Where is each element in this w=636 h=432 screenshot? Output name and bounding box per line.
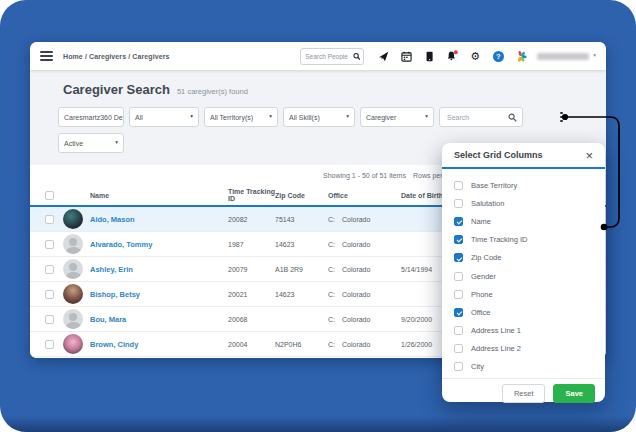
column-option[interactable]: City <box>454 358 593 376</box>
save-button[interactable]: Save <box>553 384 595 403</box>
user-name-redacted <box>537 53 589 60</box>
option-checkbox[interactable] <box>454 308 463 317</box>
modal-header: Select Grid Columns × <box>442 143 605 169</box>
office-cell: C:Colorado <box>328 266 401 273</box>
select-grid-columns-modal: Select Grid Columns × Base Territory Sal… <box>442 143 605 402</box>
close-icon[interactable]: × <box>585 149 593 162</box>
option-checkbox[interactable] <box>454 181 463 190</box>
chevron-down-icon: ▾ <box>190 114 193 120</box>
brand-logo <box>515 50 527 62</box>
grid-options-kebab-icon[interactable] <box>558 110 565 125</box>
option-label: Name <box>471 217 491 226</box>
option-label: Base Territory <box>471 181 517 190</box>
screenshot-canvas: Home / Caregivers / Caregivers <box>0 0 636 432</box>
avatar <box>63 259 83 279</box>
tracking-id-cell: 20021 <box>228 291 275 298</box>
option-label: Time Tracking ID <box>471 235 527 244</box>
option-checkbox[interactable] <box>454 272 463 281</box>
row-checkbox[interactable] <box>45 240 54 249</box>
option-checkbox[interactable] <box>454 344 463 353</box>
notifications-bell-icon[interactable] <box>446 50 458 62</box>
column-option[interactable]: Phone <box>454 285 593 303</box>
column-header-tracking-id[interactable]: Time Tracking ID <box>228 188 275 202</box>
column-header-name[interactable]: Name <box>90 192 228 199</box>
people-search-input[interactable] <box>305 53 352 60</box>
select-all-checkbox[interactable] <box>45 191 54 200</box>
top-navigation-bar: Home / Caregivers / Caregivers <box>30 42 606 70</box>
filter-bar: Caresmartz360 Der▾ All▾ All Territory(s)… <box>58 107 606 127</box>
agency-select[interactable]: Caresmartz360 Der▾ <box>58 107 124 127</box>
option-checkbox[interactable] <box>454 362 463 371</box>
option-checkbox[interactable] <box>454 253 463 262</box>
zip-cell: 14623 <box>275 291 328 298</box>
skill-select[interactable]: All Skill(s)▾ <box>283 107 355 127</box>
territory-select[interactable]: All Territory(s)▾ <box>204 107 278 127</box>
grid-search-box[interactable] <box>439 107 523 127</box>
row-checkbox[interactable] <box>45 290 54 299</box>
option-checkbox[interactable] <box>454 217 463 226</box>
chevron-down-icon: ▾ <box>346 114 349 120</box>
mobile-app-icon[interactable] <box>423 50 435 62</box>
category-select[interactable]: All▾ <box>129 107 199 127</box>
column-option[interactable]: Time Tracking ID <box>454 231 593 249</box>
option-checkbox[interactable] <box>454 290 463 299</box>
notification-badge <box>454 50 458 54</box>
office-cell: C:Colorado <box>328 316 401 323</box>
chevron-down-icon: ▾ <box>115 140 118 146</box>
caregiver-name-link[interactable]: Ashley, Erin <box>90 265 228 274</box>
caregiver-name-link[interactable]: Alvarado, Tommy <box>90 240 228 249</box>
breadcrumb[interactable]: Home / Caregivers / Caregivers <box>63 53 170 60</box>
modal-footer: Reset Save <box>442 378 605 408</box>
option-label: City <box>471 362 484 371</box>
settings-gear-icon[interactable]: ⚙ <box>469 50 481 62</box>
showing-items-text: Showing 1 - 50 of 51 items <box>323 172 406 179</box>
option-checkbox[interactable] <box>454 326 463 335</box>
column-option[interactable]: Base Territory <box>454 176 593 194</box>
option-checkbox[interactable] <box>454 199 463 208</box>
column-option[interactable]: Gender <box>454 267 593 285</box>
row-checkbox[interactable] <box>45 340 54 349</box>
page-title: Caregiver Search <box>63 82 170 97</box>
chevron-down-icon: ▾ <box>593 53 596 59</box>
column-option[interactable]: Salutation <box>454 194 593 212</box>
option-label: Office <box>471 308 490 317</box>
search-icon <box>508 113 517 122</box>
zip-cell: 75143 <box>275 216 328 223</box>
tracking-id-cell: 20082 <box>228 216 275 223</box>
tracking-id-cell: 20068 <box>228 316 275 323</box>
chevron-down-icon: ▾ <box>425 114 428 120</box>
column-option[interactable]: Office <box>454 303 593 321</box>
option-checkbox[interactable] <box>454 235 463 244</box>
send-icon[interactable] <box>377 50 389 62</box>
column-option[interactable]: Address Line 2 <box>454 340 593 358</box>
option-label: Zip Code <box>471 253 501 262</box>
column-header-zip[interactable]: Zip Code <box>275 192 328 199</box>
reset-button[interactable]: Reset <box>502 384 546 403</box>
caregiver-name-link[interactable]: Brown, Cindy <box>90 340 228 349</box>
column-header-office[interactable]: Office <box>328 192 401 199</box>
modal-title: Select Grid Columns <box>454 150 543 160</box>
column-option[interactable]: Zip Code <box>454 249 593 267</box>
grid-search-input[interactable] <box>445 113 508 122</box>
result-count: 51 caregiver(s) found <box>177 87 248 96</box>
help-icon[interactable]: ? <box>492 50 504 62</box>
user-account-menu[interactable]: ▾ <box>537 53 596 60</box>
row-checkbox[interactable] <box>45 215 54 224</box>
row-checkbox[interactable] <box>45 315 54 324</box>
calendar-icon[interactable] <box>400 50 412 62</box>
option-label: Gender <box>471 272 496 281</box>
column-option[interactable]: Name <box>454 212 593 230</box>
option-label: Salutation <box>471 199 504 208</box>
caregiver-name-link[interactable]: Aldo, Mason <box>90 215 228 224</box>
row-checkbox[interactable] <box>45 265 54 274</box>
caregiver-name-link[interactable]: Bou, Mara <box>90 315 228 324</box>
status-select[interactable]: Active▾ <box>58 133 124 153</box>
caregiver-name-link[interactable]: Bishop, Betsy <box>90 290 228 299</box>
people-search-box[interactable] <box>300 48 364 65</box>
profile-type-select[interactable]: Caregiver▾ <box>360 107 434 127</box>
tracking-id-cell: 20079 <box>228 266 275 273</box>
zip-cell: 14623 <box>275 241 328 248</box>
column-option[interactable]: Address Line 1 <box>454 322 593 340</box>
zip-cell: N2P0H6 <box>275 341 328 348</box>
hamburger-menu-icon[interactable] <box>40 51 53 61</box>
